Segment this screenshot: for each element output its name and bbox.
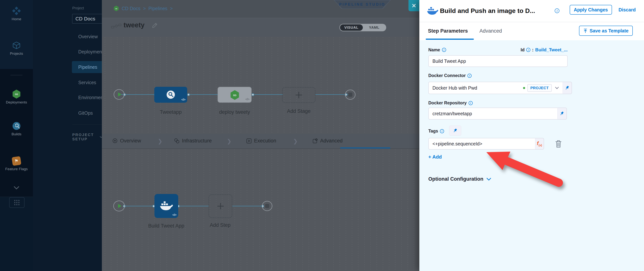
connector-status-dot: [523, 87, 525, 89]
grid-icon: [14, 200, 20, 206]
rail-item-projects[interactable]: Projects: [0, 41, 33, 56]
stage-tabbar: Overview ❯ Infrastructure ❯ Execution ❯ …: [102, 134, 419, 149]
breadcrumb-sep: >: [170, 6, 173, 11]
project-label: Project: [72, 6, 84, 10]
build-stage-icon: [166, 90, 175, 99]
breadcrumb: ∞ CD Docs > Pipelines >: [114, 6, 173, 11]
info-icon[interactable]: i: [440, 129, 444, 133]
pipeline-start-node: [114, 89, 124, 100]
tab-separator: ❯: [227, 138, 232, 144]
breadcrumb-sep: >: [143, 6, 146, 11]
edge: [178, 206, 209, 206]
stop-icon: [348, 93, 352, 97]
name-field: Build Tweet App: [428, 55, 568, 67]
rail-item-builds[interactable]: Builds: [0, 121, 33, 136]
stage-label: Tweetapp: [160, 109, 182, 115]
project-setup-section[interactable]: PROJECT SETUP: [72, 133, 102, 141]
pipeline-studio-badge: PIPELINE STUDIO: [334, 0, 391, 9]
pin-icon: [565, 85, 570, 91]
tag-input[interactable]: <+pipeline.sequenceId>: [428, 138, 535, 150]
tab-separator: ❯: [158, 138, 162, 144]
tab-step-parameters[interactable]: Step Parameters: [428, 28, 468, 34]
rail-collapse-chevron-icon[interactable]: [0, 185, 33, 191]
stage-label: Add Stage: [287, 108, 310, 114]
delete-tag-icon[interactable]: [555, 140, 562, 148]
add-tag-link[interactable]: + Add: [428, 154, 442, 160]
breadcrumb-project-link[interactable]: CD Docs: [122, 6, 140, 11]
save-as-template-button[interactable]: Save as Template: [579, 26, 633, 36]
stage-node-tweetapp[interactable]: </>: [154, 87, 187, 103]
active-tab-underline: [340, 147, 390, 149]
visual-toggle-button[interactable]: VISUAL: [340, 24, 363, 31]
info-icon[interactable]: i: [468, 101, 473, 105]
close-icon: ✕: [412, 3, 416, 9]
tab-advanced[interactable]: Advanced: [480, 28, 502, 34]
rail-label: Projects: [10, 52, 23, 56]
rail-label: Home: [12, 17, 21, 21]
add-step-node[interactable]: [208, 194, 232, 218]
apply-changes-button[interactable]: Apply Changes: [570, 5, 612, 15]
drawer-tabbar: Step Parameters Advanced Save as Templat…: [419, 22, 644, 40]
repository-pin-addon[interactable]: [557, 108, 567, 120]
project-sidebar: Project CD Docs Overview Deployments Pip…: [33, 0, 102, 271]
project-module-icon: ∞: [114, 6, 119, 11]
step-id: Id i : Build_Tweet_...: [521, 47, 568, 53]
discard-button[interactable]: Discard: [618, 7, 636, 13]
edge: [126, 206, 156, 206]
repository-input[interactable]: cretzman/tweetapp: [428, 108, 557, 120]
edit-pencil-icon[interactable]: [152, 23, 158, 28]
connector-pin-addon[interactable]: [562, 82, 572, 94]
info-icon[interactable]: i: [468, 74, 472, 78]
breadcrumb-pipelines-link[interactable]: Pipelines: [148, 6, 167, 11]
code-icon: </>: [181, 98, 185, 102]
expression-toggle[interactable]: f(x): [535, 138, 544, 150]
execution-start-node: [113, 200, 125, 211]
step-title: Build and Push an image to D...: [440, 7, 535, 15]
tab-separator: ❯: [293, 138, 298, 144]
tab-overview[interactable]: Overview: [112, 138, 141, 144]
name-input[interactable]: Build Tweet App: [428, 55, 568, 67]
fx-icon: f(x): [537, 141, 542, 147]
execution-canvas[interactable]: </> Build Tweet App Add Step: [102, 149, 419, 271]
code-icon: </>: [172, 213, 176, 217]
stage-canvas[interactable]: </> ∞ </> Tweetapp deploy tweety Add Sta…: [102, 37, 419, 134]
play-icon: [118, 204, 121, 208]
connector-field: Docker Hub with Pwd PROJECT: [428, 82, 572, 94]
module-rail: Home Projects ∞ Deployments Builds: [0, 0, 33, 271]
pipeline-end-node: [345, 90, 356, 100]
add-stage-node[interactable]: [282, 87, 316, 103]
tab-execution[interactable]: Execution: [246, 138, 276, 144]
rail-label: Feature Flags: [5, 167, 28, 171]
rail-item-feature-flags[interactable]: ⚑ Feature Flags: [0, 157, 33, 171]
info-icon[interactable]: i: [442, 48, 446, 52]
stage-node-deploy-tweety[interactable]: ∞ </>: [218, 87, 252, 103]
tab-advanced[interactable]: Advanced: [312, 138, 342, 144]
edge: [253, 94, 283, 95]
pin-icon: [453, 128, 458, 133]
edge: [187, 94, 219, 95]
rail-item-deployments[interactable]: ∞ Deployments: [0, 90, 33, 104]
chevron-down-icon: [486, 178, 491, 181]
plus-icon: [296, 92, 302, 98]
name-label: Name i: [428, 47, 446, 53]
execution-tab-icon: [246, 138, 252, 144]
tab-infrastructure[interactable]: Infrastructure: [174, 138, 212, 144]
module-grid-button[interactable]: [9, 197, 24, 208]
step-node-build-tweet-app[interactable]: </>: [154, 194, 178, 218]
pipeline-studio-main: ∞ CD Docs > Pipelines > PIPELINE STUDIO …: [102, 0, 419, 271]
execution-end-node: [262, 201, 272, 211]
info-icon[interactable]: i: [555, 9, 560, 13]
close-studio-button[interactable]: ✕: [408, 0, 419, 11]
view-toggle: VISUAL YAML: [340, 24, 386, 31]
port: [252, 93, 254, 96]
port: [187, 93, 190, 96]
yaml-toggle-button[interactable]: YAML: [363, 26, 386, 30]
step-id-value[interactable]: Build_Tweet_...: [535, 47, 568, 53]
pipeline-name: tweety: [124, 21, 144, 29]
step-label: Add Step: [210, 222, 230, 228]
tags-pin-button[interactable]: [449, 126, 461, 136]
rail-item-home[interactable]: Home: [0, 6, 33, 21]
connector-select[interactable]: Docker Hub with Pwd PROJECT: [428, 82, 562, 94]
info-icon[interactable]: i: [526, 48, 530, 52]
optional-configuration-toggle[interactable]: Optional Configuration: [428, 176, 491, 182]
